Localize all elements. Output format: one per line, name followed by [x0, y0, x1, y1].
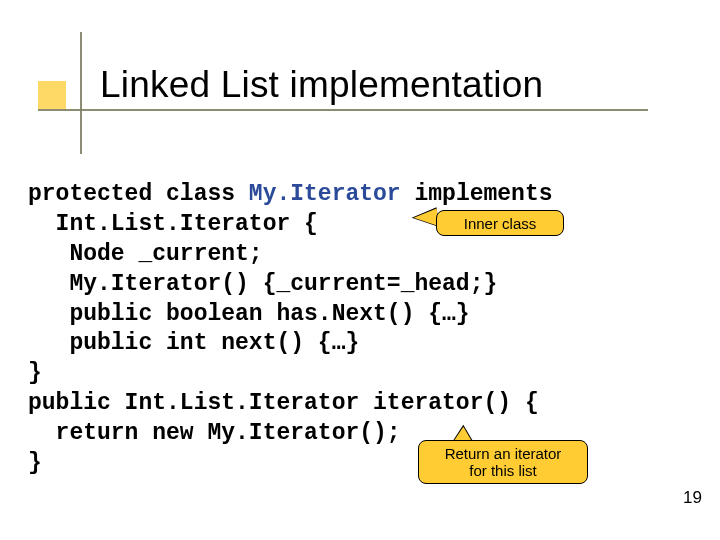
code-line-1c: implements	[401, 181, 553, 207]
code-block: protected class My.Iterator implements I…	[28, 180, 668, 479]
accent-underline	[38, 109, 648, 111]
slide-title: Linked List implementation	[100, 64, 543, 106]
code-line-10: }	[28, 450, 42, 476]
code-classname: My.Iterator	[249, 181, 401, 207]
code-line-7: }	[28, 360, 42, 386]
page-number: 19	[683, 488, 702, 508]
code-line-4: My.Iterator() {_current=_head;}	[28, 271, 497, 297]
accent-vertical-line	[80, 32, 82, 154]
code-line-1a: protected class	[28, 181, 249, 207]
code-line-3: Node _current;	[28, 241, 263, 267]
callout-inner-class: Inner class	[436, 210, 564, 236]
code-line-5: public boolean has.Next() {…}	[28, 301, 470, 327]
code-line-6: public int next() {…}	[28, 330, 359, 356]
accent-square	[38, 81, 66, 109]
code-line-9: return new My.Iterator();	[28, 420, 401, 446]
code-line-2: Int.List.Iterator {	[28, 211, 318, 237]
code-line-8: public Int.List.Iterator iterator() {	[28, 390, 539, 416]
callout-return-iterator: Return an iteratorfor this list	[418, 440, 588, 484]
